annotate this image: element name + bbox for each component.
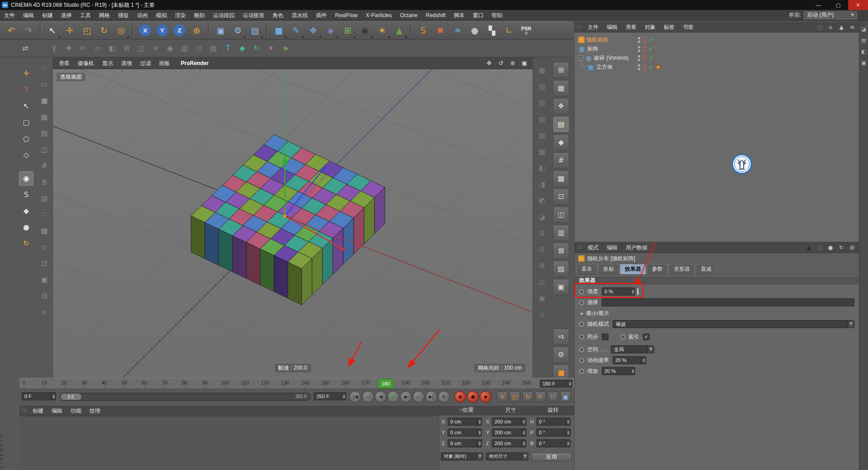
rotate-view-icon[interactable]: ↻: [19, 236, 33, 251]
live-select-mouse-icon[interactable]: ◉: [19, 171, 33, 186]
om-search-icon[interactable]: ◌: [816, 23, 824, 31]
help-icon[interactable]: ?: [19, 83, 33, 97]
key-parameter-toggle[interactable]: P: [535, 391, 546, 402]
mesh-b2-icon[interactable]: ▦: [553, 80, 569, 96]
mesh-b7-icon[interactable]: ▩: [553, 170, 569, 187]
am-refresh-icon[interactable]: ↻: [837, 244, 845, 252]
coord-field[interactable]: 0 cm: [448, 418, 482, 426]
anim-dot-icon[interactable]: [579, 322, 584, 327]
record-keyframe-button[interactable]: ◉: [454, 391, 466, 403]
main-menu-19[interactable]: Redshift: [422, 10, 450, 21]
drag-handle-icon[interactable]: ∷∷: [576, 245, 582, 250]
sphere-tool-icon[interactable]: ●: [466, 22, 483, 39]
palette-a10-icon[interactable]: ◪: [535, 210, 549, 224]
grid-b-icon[interactable]: ▥: [37, 191, 52, 206]
anim-dot-icon[interactable]: [579, 334, 584, 339]
spinner[interactable]: [566, 418, 570, 425]
main-menu-22[interactable]: 帮助: [488, 10, 507, 21]
step-one-icon[interactable]: =1: [553, 329, 569, 345]
render-view-icon[interactable]: ▣: [212, 22, 229, 39]
coord-field[interactable]: 0 cm: [448, 439, 482, 447]
palette-a16-icon[interactable]: ▫: [535, 308, 549, 321]
main-menu-6[interactable]: 捕捉: [114, 10, 133, 21]
object-manager-menu-4[interactable]: 标签: [660, 22, 679, 33]
spinner[interactable]: [630, 288, 635, 295]
lock-icon[interactable]: ●: [19, 220, 33, 235]
attribute-menu-2[interactable]: 用户数据: [622, 242, 651, 253]
add-point-tool-icon[interactable]: ∴: [33, 41, 47, 56]
object-row-voronoi-fracture[interactable]: − ◍ 破碎 (Voronoi) ✓: [575, 53, 859, 62]
palette-a9-icon[interactable]: ◩: [535, 194, 549, 207]
om-menu-icon[interactable]: ≡: [848, 23, 856, 31]
enable-check-icon[interactable]: ✓: [649, 55, 653, 61]
tab-3[interactable]: 参数: [647, 264, 668, 274]
select-cursor-icon[interactable]: ↖: [19, 99, 33, 113]
main-menu-2[interactable]: 创建: [38, 10, 57, 21]
smooth-shift-icon[interactable]: ≋: [148, 41, 163, 56]
add-primitive-icon[interactable]: ■: [270, 22, 288, 39]
palette-a4-icon[interactable]: ▧: [535, 113, 549, 126]
spinner[interactable]: [566, 429, 570, 436]
fill-select-icon[interactable]: ◆: [19, 204, 33, 218]
helix-icon[interactable]: ↻: [250, 41, 264, 56]
close-button[interactable]: ✕: [848, 0, 868, 10]
extrude-icon[interactable]: ⊞: [119, 41, 134, 56]
om-home-icon[interactable]: ⌂: [826, 23, 835, 31]
tab-4[interactable]: 变形器: [669, 264, 695, 274]
main-menu-14[interactable]: 流水线: [288, 10, 312, 21]
key-rotation-toggle[interactable]: ↻: [522, 391, 533, 402]
range-end-field[interactable]: 250 F: [314, 392, 346, 400]
spinner[interactable]: [477, 418, 481, 425]
palette-a15-icon[interactable]: ▣: [535, 291, 549, 305]
edges-mode-icon[interactable]: ▭: [37, 77, 52, 92]
bridge-tool-icon[interactable]: ∥: [47, 41, 61, 56]
palette-a11-icon[interactable]: ⊞: [535, 226, 549, 240]
spinner[interactable]: [521, 440, 526, 447]
viewport-menu-3[interactable]: 选项: [117, 57, 136, 69]
texture-mode-icon[interactable]: ▦: [37, 110, 52, 124]
mesh-b3-icon[interactable]: ❖: [553, 98, 569, 114]
palette-a3-icon[interactable]: ▥: [535, 96, 549, 110]
key-pla-toggle[interactable]: ∷: [547, 391, 558, 402]
viewport-menu-0[interactable]: 查看: [55, 57, 74, 69]
spinner[interactable]: [477, 429, 481, 436]
polygons-mode-icon[interactable]: ■: [37, 94, 52, 108]
psr-icon[interactable]: PSR0: [518, 22, 535, 39]
play-button[interactable]: ▶: [387, 391, 399, 403]
mesh-b11-icon[interactable]: ⊠: [553, 243, 569, 259]
main-menu-9[interactable]: 渲染: [171, 10, 190, 21]
x-axis-lock-icon[interactable]: X: [137, 22, 154, 39]
key-scale-toggle[interactable]: ◰: [509, 391, 520, 402]
palette-a5-icon[interactable]: ▨: [535, 129, 549, 142]
main-menu-18[interactable]: Octane: [396, 10, 422, 21]
spinner[interactable]: [521, 429, 526, 436]
current-frame-field[interactable]: 0 F: [22, 392, 56, 400]
attribute-menu-1[interactable]: 编辑: [603, 242, 622, 253]
view-toggle-icon[interactable]: ▣: [520, 59, 529, 68]
render-dots[interactable]: [643, 64, 646, 70]
magnet-icon[interactable]: ◉: [163, 41, 177, 56]
undo-icon[interactable]: ↶: [3, 22, 20, 39]
mesh-b10-icon[interactable]: ▥: [553, 225, 569, 241]
tab-5[interactable]: 衰减: [696, 264, 717, 274]
spinner[interactable]: [641, 357, 646, 364]
spinner[interactable]: [521, 418, 526, 425]
palette-a13-icon[interactable]: ⊠: [535, 259, 549, 273]
mesh-b9-icon[interactable]: ◫: [553, 207, 569, 223]
coord-field[interactable]: 200 cm: [492, 418, 526, 426]
move-tool-icon[interactable]: ✛: [61, 22, 78, 39]
motext-icon[interactable]: T: [221, 41, 235, 56]
fracture-cube-icon[interactable]: ◆: [235, 41, 250, 56]
make-editable-icon[interactable]: ⇄: [18, 41, 33, 56]
autokey-button[interactable]: ●: [467, 391, 479, 403]
main-menu-21[interactable]: 窗口: [469, 10, 488, 21]
interface-dropdown[interactable]: 启动 (用户) ▼: [804, 11, 857, 19]
material-checker-icon[interactable]: ▚: [483, 22, 500, 39]
main-menu-7[interactable]: 动画: [133, 10, 152, 21]
anim-dot-icon[interactable]: [579, 358, 584, 363]
apply-button[interactable]: 应用: [531, 452, 572, 461]
add-generator-icon[interactable]: ❖: [305, 22, 322, 39]
anim-dot-icon[interactable]: [579, 289, 584, 294]
material-tag[interactable]: [656, 65, 660, 69]
mirror-icon[interactable]: ▥: [177, 41, 192, 56]
